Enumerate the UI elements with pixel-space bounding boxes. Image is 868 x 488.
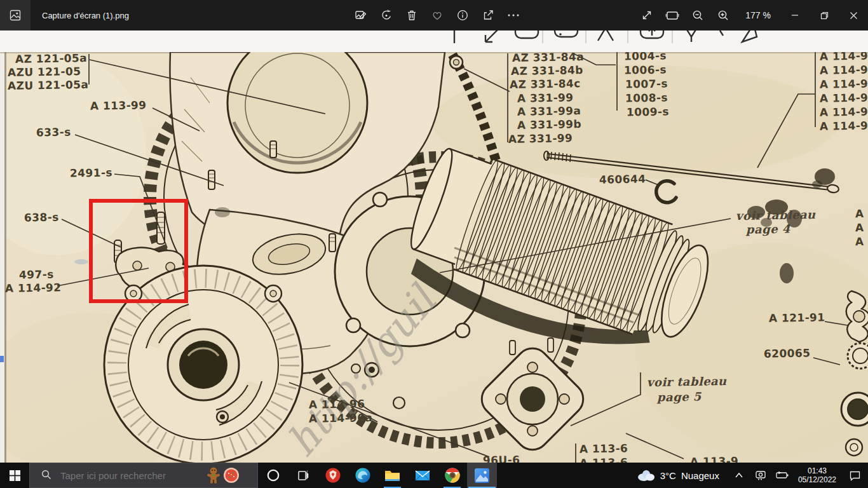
zoom-in-icon[interactable]	[710, 0, 736, 30]
file-explorer-app-icon[interactable]	[377, 463, 407, 488]
arrow-down-left-icon	[485, 30, 501, 42]
caret-up-icon	[598, 30, 613, 41]
photos-app-taskbar-icon[interactable]	[467, 463, 497, 488]
window-title: Capture d'écran (1).png	[42, 11, 129, 20]
share-button[interactable]	[475, 0, 501, 30]
gingerbread-icon[interactable]	[206, 466, 221, 484]
cloud-icon	[636, 469, 655, 482]
cookie-icon[interactable]	[222, 466, 240, 484]
fit-to-window-icon[interactable]	[660, 0, 685, 30]
mail-app-icon[interactable]	[407, 463, 437, 488]
chrome-app-icon[interactable]	[437, 463, 467, 488]
edit-image-button[interactable]	[348, 0, 374, 30]
cortana-button[interactable]	[258, 463, 288, 488]
more-options-button[interactable]	[501, 0, 526, 30]
system-tray: 3°C Nuageux 01:43 05/12/2022	[627, 463, 868, 488]
task-view-button[interactable]	[288, 463, 318, 488]
display-cast-icon[interactable]	[750, 463, 771, 488]
tick-icon	[720, 30, 723, 36]
embedded-toolbar	[0, 30, 868, 52]
clock-time: 01:43	[798, 466, 836, 475]
rect-dot-icon	[555, 30, 578, 37]
clock-date: 05/12/2022	[798, 475, 836, 484]
weather-widget[interactable]: 3°C Nuageux	[627, 469, 728, 482]
favorite-button[interactable]	[424, 0, 450, 30]
zoom-out-icon[interactable]	[685, 0, 710, 30]
rounded-rect-icon	[515, 30, 538, 38]
windows-taskbar: 3°C Nuageux 01:43 05/12/2022	[0, 463, 868, 488]
embedded-toolbar-icons	[0, 30, 868, 52]
info-button[interactable]	[450, 0, 475, 30]
funnel-icon	[685, 30, 698, 42]
photos-app-icon	[0, 0, 31, 30]
edge-app-icon[interactable]	[348, 463, 377, 488]
search-input[interactable]	[59, 470, 205, 482]
tray-weather-condition: Nuageux	[681, 470, 719, 481]
start-button[interactable]	[0, 463, 29, 488]
hidden-icons-chevron[interactable]	[728, 463, 750, 488]
brave-app-icon[interactable]	[318, 463, 348, 488]
tray-temperature: 3°C	[660, 470, 676, 481]
delete-button[interactable]	[399, 0, 424, 30]
zoom-level: 177 %	[736, 10, 780, 20]
battery-icon[interactable]	[771, 463, 793, 488]
notification-center-icon[interactable]	[841, 463, 868, 488]
taskbar-search[interactable]	[29, 463, 258, 488]
restore-button[interactable]	[810, 0, 839, 30]
photos-titlebar: Capture d'écran (1).png	[0, 0, 868, 30]
search-icon	[41, 470, 51, 482]
highlight-box	[89, 199, 188, 303]
minimize-button[interactable]	[780, 0, 810, 30]
actual-size-icon[interactable]	[634, 0, 660, 30]
rotate-button[interactable]	[374, 0, 399, 30]
taskbar-clock[interactable]: 01:43 05/12/2022	[793, 466, 841, 484]
quill-icon	[742, 30, 757, 42]
close-button[interactable]	[839, 0, 868, 30]
